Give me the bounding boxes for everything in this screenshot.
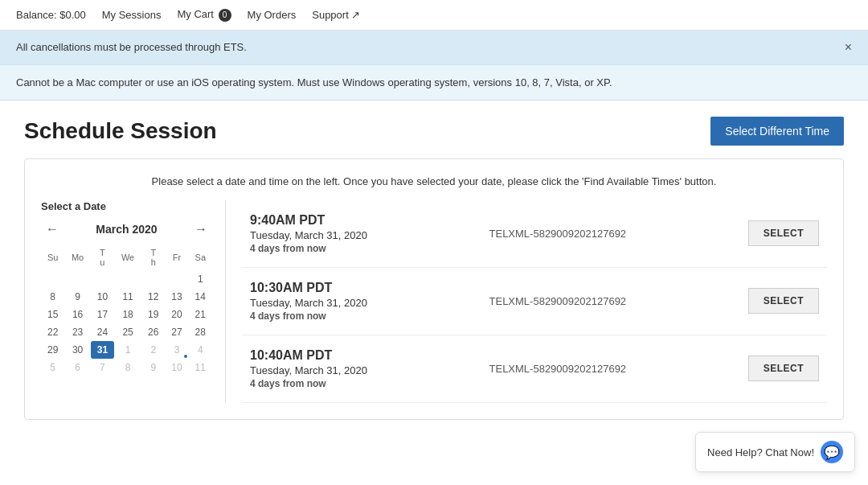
timeslot-days-1: 4 days from now: [250, 243, 367, 254]
cal-day[interactable]: 19: [141, 306, 165, 323]
cal-day[interactable]: 26: [141, 323, 165, 341]
calendar-panel: Select a Date ← March 2020 → Su Mo Tu We…: [41, 200, 226, 403]
calendar-week-1: 1: [41, 270, 212, 288]
cal-day[interactable]: 8: [41, 288, 64, 306]
cal-day[interactable]: 29: [41, 341, 64, 359]
info-message: Cannot be a Mac computer or use an iOS o…: [16, 76, 612, 88]
cal-day[interactable]: 18: [114, 306, 141, 323]
cal-day[interactable]: 15: [41, 306, 64, 323]
day-header-fr: Fr: [165, 245, 188, 270]
calendar-header: Select a Date: [41, 200, 212, 212]
cal-day[interactable]: 10: [165, 359, 188, 376]
timeslot-select-button-3[interactable]: SELECT: [748, 356, 819, 381]
cal-day[interactable]: 28: [189, 323, 212, 341]
timeslot-select-button-2[interactable]: SELECT: [748, 288, 819, 314]
next-month-button[interactable]: →: [190, 220, 212, 238]
main-container: Please select a date and time on the lef…: [24, 158, 844, 420]
day-header-sa: Sa: [189, 245, 212, 270]
day-header-mo: Mo: [64, 245, 90, 270]
cal-day[interactable]: 25: [114, 323, 141, 341]
timeslots-panel: 9:40AM PDT Tuesday, March 31, 2020 4 day…: [226, 200, 827, 403]
content-layout: Select a Date ← March 2020 → Su Mo Tu We…: [41, 200, 827, 403]
chat-widget[interactable]: Need Help? Chat Now! 💬: [695, 432, 855, 436]
cal-day[interactable]: 20: [165, 306, 188, 323]
timeslot-select-button-1[interactable]: SELECT: [748, 220, 819, 246]
cal-day[interactable]: 12: [141, 288, 165, 306]
timeslot-time-1: 9:40AM PDT: [250, 213, 367, 228]
cal-day[interactable]: 23: [64, 323, 90, 341]
alert-close-button[interactable]: ×: [845, 40, 852, 55]
info-bar: Cannot be a Mac computer or use an iOS o…: [0, 64, 868, 101]
page-header: Schedule Session Select Different Time: [0, 101, 868, 158]
instruction-text: Please select a date and time on the lef…: [41, 175, 827, 187]
day-header-we: We: [114, 245, 141, 270]
alert-message: All cancellations must be processed thro…: [16, 41, 247, 53]
cal-day[interactable]: 9: [141, 359, 165, 376]
cal-day[interactable]: 4: [189, 341, 212, 359]
my-cart-link[interactable]: My Cart 0: [177, 8, 231, 22]
select-different-time-button[interactable]: Select Different Time: [710, 117, 844, 146]
cal-day[interactable]: 1: [114, 341, 141, 359]
calendar-week-6: 5 6 7 8 9 10 11: [41, 359, 212, 376]
cal-day[interactable]: 1: [189, 270, 212, 288]
cal-day[interactable]: 10: [91, 288, 114, 306]
timeslot-date-3: Tuesday, March 31, 2020: [250, 364, 367, 376]
timeslot-time-2: 10:30AM PDT: [250, 281, 367, 295]
cal-day[interactable]: 8: [114, 359, 141, 376]
support-link[interactable]: Support ↗: [312, 9, 360, 21]
cal-day[interactable]: 13: [165, 288, 188, 306]
calendar-week-2: 8 9 10 11 12 13 14: [41, 288, 212, 306]
timeslot-code-1: TELXML-5829009202127692: [489, 228, 627, 240]
my-sessions-link[interactable]: My Sessions: [102, 9, 162, 21]
cart-label: My Cart: [177, 8, 214, 20]
cal-day[interactable]: 2: [141, 341, 165, 359]
cal-day[interactable]: 6: [64, 359, 90, 376]
cal-day[interactable]: 16: [64, 306, 90, 323]
my-orders-link[interactable]: My Orders: [248, 9, 297, 21]
timeslot-days-3: 4 days from now: [250, 378, 367, 389]
calendar-month-year: March 2020: [96, 223, 157, 236]
support-label: Support: [312, 9, 349, 21]
top-navigation: Balance: $0.00 My Sessions My Cart 0 My …: [0, 0, 868, 31]
timeslot-item-2: 10:30AM PDT Tuesday, March 31, 2020 4 da…: [242, 268, 827, 335]
cal-day[interactable]: 7: [91, 359, 114, 376]
cal-day[interactable]: [91, 270, 114, 288]
timeslot-days-2: 4 days from now: [250, 310, 367, 322]
alert-banner: All cancellations must be processed thro…: [0, 31, 868, 64]
cal-day[interactable]: 17: [91, 306, 114, 323]
calendar-week-3: 15 16 17 18 19 20 21: [41, 306, 212, 323]
day-header-th: Th: [141, 245, 165, 270]
cal-day[interactable]: 21: [189, 306, 212, 323]
timeslot-code-2: TELXML-5829009202127692: [489, 295, 627, 307]
external-link-icon: ↗: [351, 9, 360, 21]
timeslot-item-1: 9:40AM PDT Tuesday, March 31, 2020 4 day…: [242, 200, 827, 268]
cal-day[interactable]: 24: [91, 323, 114, 341]
timeslot-info-3: 10:40AM PDT Tuesday, March 31, 2020 4 da…: [250, 348, 367, 389]
cal-day[interactable]: [41, 270, 64, 288]
cal-day-today[interactable]: 31: [91, 341, 114, 359]
cal-day[interactable]: 11: [114, 288, 141, 306]
cal-day[interactable]: 11: [189, 359, 212, 376]
cal-day[interactable]: 14: [189, 288, 212, 306]
calendar-week-4: 22 23 24 25 26 27 28: [41, 323, 212, 341]
page-title: Schedule Session: [24, 118, 217, 144]
day-header-tu: Tu: [91, 245, 114, 270]
day-header-su: Su: [41, 245, 64, 270]
cal-day[interactable]: [141, 270, 165, 288]
calendar-navigation: ← March 2020 →: [41, 220, 212, 238]
cal-day[interactable]: 9: [64, 288, 90, 306]
timeslot-time-3: 10:40AM PDT: [250, 348, 367, 363]
cal-day[interactable]: [165, 270, 188, 288]
cal-day[interactable]: 30: [64, 341, 90, 359]
cal-day[interactable]: 27: [165, 323, 188, 341]
cal-day[interactable]: [64, 270, 90, 288]
timeslot-code-3: TELXML-5829009202127692: [489, 363, 627, 375]
cal-day[interactable]: 3: [165, 341, 188, 359]
calendar-grid: Su Mo Tu We Th Fr Sa: [41, 245, 212, 376]
prev-month-button[interactable]: ←: [41, 220, 63, 238]
cal-day[interactable]: 22: [41, 323, 64, 341]
timeslot-info-1: 9:40AM PDT Tuesday, March 31, 2020 4 day…: [250, 213, 367, 254]
cart-count: 0: [219, 9, 231, 22]
cal-day[interactable]: 5: [41, 359, 64, 376]
cal-day[interactable]: [114, 270, 141, 288]
